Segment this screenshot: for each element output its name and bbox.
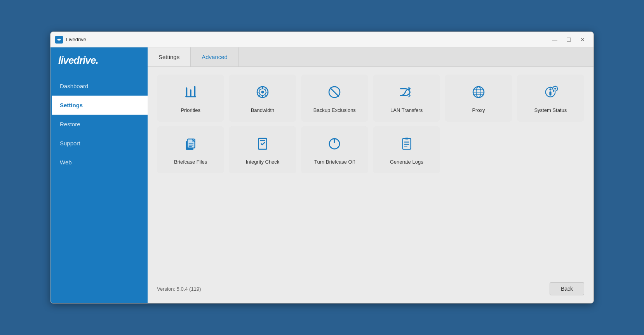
svg-point-26: [554, 88, 556, 89]
content-area: Settings Advanced: [148, 47, 594, 303]
title-bar: Livedrive — ☐ ✕: [50, 32, 594, 47]
maximize-button[interactable]: ☐: [562, 35, 575, 44]
sidebar-nav: Dashboard Settings Restore Support Web: [50, 73, 148, 303]
tile-integrity-check[interactable]: Integrity Check: [229, 126, 296, 173]
window-controls: — ☐ ✕: [548, 35, 589, 44]
proxy-label: Proxy: [472, 107, 485, 114]
briefcase-files-icon: [183, 136, 199, 154]
app-window: Livedrive — ☐ ✕ livedrive. Dashboard Set…: [50, 31, 594, 304]
svg-line-31: [553, 87, 553, 87]
sidebar: livedrive. Dashboard Settings Restore Su…: [50, 47, 148, 303]
integrity-check-icon: [254, 136, 271, 154]
system-status-icon: [542, 84, 559, 103]
svg-rect-51: [405, 138, 408, 139]
svg-line-33: [557, 87, 557, 87]
lan-transfers-icon: [399, 84, 415, 103]
tab-settings[interactable]: Settings: [148, 47, 191, 66]
sidebar-item-support[interactable]: Support: [50, 134, 148, 153]
tile-priorities[interactable]: Priorities: [157, 75, 224, 122]
tile-generate-logs[interactable]: Generate Logs: [373, 126, 440, 173]
turn-briefcase-off-icon: [326, 136, 343, 154]
bandwidth-icon: [254, 84, 271, 103]
tile-bandwidth[interactable]: Bandwidth: [229, 75, 296, 122]
svg-rect-1: [190, 89, 191, 97]
grid-content: Priorities: [148, 67, 594, 277]
priorities-label: Priorities: [181, 107, 200, 114]
generate-logs-icon: [399, 136, 415, 154]
sidebar-logo: livedrive.: [50, 47, 148, 73]
svg-rect-0: [186, 87, 187, 97]
turn-briefcase-off-label: Turn Briefcase Off: [314, 159, 355, 166]
tile-proxy[interactable]: Proxy: [445, 75, 512, 122]
tile-lan-transfers[interactable]: LAN Transfers: [373, 75, 440, 122]
backup-exclusions-icon: [326, 84, 343, 103]
backup-exclusions-label: Backup Exclusions: [313, 107, 356, 114]
grid-row-1: Priorities: [157, 75, 584, 122]
lan-transfers-label: LAN Transfers: [390, 107, 423, 114]
tile-backup-exclusions[interactable]: Backup Exclusions: [301, 75, 368, 122]
svg-line-16: [331, 88, 339, 96]
proxy-icon: [470, 84, 487, 103]
svg-rect-46: [402, 138, 411, 149]
bandwidth-label: Bandwidth: [251, 107, 275, 114]
tab-bar: Settings Advanced: [148, 47, 594, 67]
sidebar-item-settings[interactable]: Settings: [50, 96, 148, 115]
priorities-icon: [183, 84, 199, 103]
sidebar-item-restore[interactable]: Restore: [50, 115, 148, 134]
title-bar-left: Livedrive: [55, 36, 86, 44]
sidebar-item-web[interactable]: Web: [50, 153, 148, 172]
sidebar-item-dashboard[interactable]: Dashboard: [50, 77, 148, 96]
logo-text: livedrive.: [58, 54, 98, 66]
svg-line-34: [553, 91, 553, 91]
integrity-check-label: Integrity Check: [246, 159, 280, 166]
grid-row-2: Briefcase Files Integrity Check: [157, 126, 584, 173]
window-title: Livedrive: [66, 37, 86, 42]
svg-rect-2: [194, 86, 195, 97]
minimize-button[interactable]: —: [548, 35, 561, 44]
briefcase-files-label: Briefcase Files: [174, 159, 207, 166]
tab-advanced[interactable]: Advanced: [191, 47, 239, 66]
svg-line-32: [557, 91, 557, 91]
svg-point-23: [550, 88, 552, 90]
svg-point-6: [261, 91, 264, 94]
grid-empty-2: [517, 126, 584, 173]
tile-briefcase-files[interactable]: Briefcase Files: [157, 126, 224, 173]
app-icon: [55, 36, 63, 44]
system-status-label: System Status: [534, 107, 567, 114]
version-text: Version: 5.0.4 (119): [157, 286, 201, 292]
app-body: livedrive. Dashboard Settings Restore Su…: [50, 47, 594, 303]
back-button[interactable]: Back: [550, 282, 584, 295]
close-button[interactable]: ✕: [576, 35, 589, 44]
tile-turn-briefcase-off[interactable]: Turn Briefcase Off: [301, 126, 368, 173]
tile-system-status[interactable]: System Status: [517, 75, 584, 122]
svg-rect-3: [185, 96, 196, 98]
svg-rect-24: [550, 91, 552, 96]
generate-logs-label: Generate Logs: [390, 159, 423, 166]
grid-empty-1: [445, 126, 512, 173]
content-footer: Version: 5.0.4 (119) Back: [148, 277, 594, 303]
